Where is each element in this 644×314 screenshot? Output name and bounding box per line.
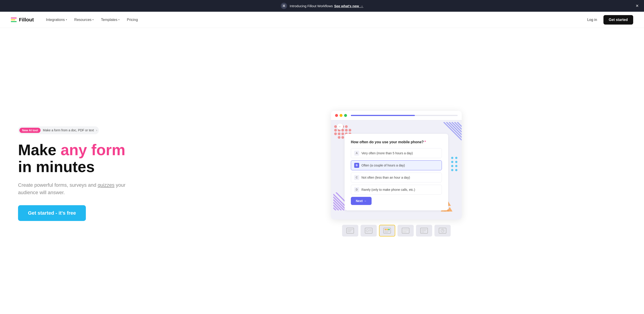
nav-templates[interactable]: Templates ▾ <box>98 16 123 24</box>
nav-links: Integrations ▾ Resources ▾ Templates ▾ P… <box>43 16 584 24</box>
logo-stripe-2 <box>11 19 15 20</box>
badge-text: Make a form from a doc, PDF or text <box>43 128 94 132</box>
login-button[interactable]: Log in <box>584 16 600 24</box>
svg-point-7 <box>345 129 348 132</box>
back-button[interactable]: ← <box>337 124 343 130</box>
next-button[interactable]: Next → <box>351 197 372 205</box>
svg-point-37 <box>455 157 458 159</box>
svg-rect-60 <box>403 231 406 232</box>
logo-icon <box>11 18 17 22</box>
svg-point-42 <box>451 169 453 171</box>
chevron-down-icon: ▾ <box>118 18 120 21</box>
svg-point-9 <box>334 132 337 135</box>
form-option-d[interactable]: D Rarely (only to make phone calls, etc.… <box>351 185 442 194</box>
thumbnail-6[interactable] <box>434 225 451 236</box>
announcement-text: Introducing Fillout Workflows <box>290 4 333 8</box>
progress-fill <box>351 115 415 116</box>
ai-badge[interactable]: New AI tool Make a form from a doc, PDF … <box>18 126 99 134</box>
nav-pricing[interactable]: Pricing <box>124 16 141 24</box>
svg-point-55 <box>388 229 390 230</box>
form-option-a[interactable]: A Very often (more than 5 hours a day) <box>351 148 442 158</box>
svg-point-3 <box>345 125 348 128</box>
main-nav: Fillout Integrations ▾ Resources ▾ Templ… <box>0 12 644 28</box>
option-letter-c: C <box>354 175 359 180</box>
svg-point-10 <box>338 132 340 135</box>
svg-point-43 <box>455 169 458 171</box>
svg-point-54 <box>386 229 388 230</box>
window-bar <box>331 111 462 120</box>
nav-resources[interactable]: Resources ▾ <box>71 16 97 24</box>
form-question: How often do you use your mobile phone?* <box>351 140 442 144</box>
hero-title: Make any form in minutes <box>18 142 153 175</box>
thumbnail-strip <box>342 225 451 236</box>
badge-arrow-icon: › <box>96 128 97 132</box>
svg-point-15 <box>342 136 344 139</box>
thumbnail-1[interactable] <box>342 225 358 236</box>
svg-point-41 <box>455 165 458 167</box>
deco-dots-right <box>450 156 460 174</box>
svg-rect-58 <box>402 228 409 233</box>
hero-left: New AI tool Make a form from a doc, PDF … <box>18 126 153 221</box>
svg-point-4 <box>334 129 337 132</box>
svg-point-0 <box>334 125 337 128</box>
window-dot-yellow <box>340 114 342 117</box>
required-marker: * <box>424 140 426 144</box>
thumbnail-3[interactable] <box>379 225 395 236</box>
form-card: How often do you use your mobile phone?*… <box>344 134 448 210</box>
hero-title-suffix: in minutes <box>18 158 95 175</box>
svg-rect-59 <box>403 229 408 230</box>
svg-point-40 <box>451 165 453 167</box>
svg-point-38 <box>451 161 453 163</box>
nav-integrations[interactable]: Integrations ▾ <box>43 16 70 24</box>
nav-right: Log in Get started <box>584 15 633 24</box>
announcement-icon: ⌘ <box>281 3 287 9</box>
thumbnail-2[interactable] <box>360 225 377 236</box>
close-button[interactable]: × <box>636 4 638 8</box>
option-text-a: Very often (more than 5 hours a day) <box>362 151 413 155</box>
svg-line-27 <box>333 208 336 210</box>
svg-point-49 <box>366 230 368 232</box>
svg-point-11 <box>342 132 344 135</box>
form-option-c[interactable]: C Not often (less than an hour a day) <box>351 172 442 182</box>
option-text-d: Rarely (only to make phone calls, etc.) <box>362 188 415 192</box>
chevron-down-icon: ▾ <box>66 18 67 21</box>
svg-point-14 <box>338 136 340 139</box>
hero-right: ← How often do you use your mobile phone… <box>167 111 626 236</box>
logo-stripe-3 <box>11 21 17 22</box>
logo-text: Fillout <box>19 17 34 23</box>
badge-pill: New AI tool <box>20 128 40 133</box>
svg-point-6 <box>342 129 344 132</box>
quizzes-link[interactable]: quizzes <box>98 182 114 188</box>
get-started-cta-button[interactable]: Get started - it's free <box>18 205 86 221</box>
preview-window: ← How often do you use your mobile phone… <box>331 111 462 220</box>
svg-rect-52 <box>384 228 391 233</box>
progress-bar <box>351 115 458 116</box>
chevron-down-icon: ▾ <box>92 18 94 21</box>
svg-point-53 <box>385 229 386 230</box>
hero-title-prefix: Make <box>18 141 60 158</box>
thumbnail-5[interactable] <box>416 225 432 236</box>
get-started-nav-button[interactable]: Get started <box>604 15 633 24</box>
option-letter-a: A <box>354 151 359 156</box>
option-text-b: Often (a couple of hours a day) <box>362 164 405 167</box>
announcement-bar: ⌘ Introducing Fillout Workflows See what… <box>0 0 644 12</box>
hero-section: New AI tool Make a form from a doc, PDF … <box>0 28 644 314</box>
logo[interactable]: Fillout <box>11 17 34 23</box>
option-text-c: Not often (less than an hour a day) <box>362 176 410 179</box>
logo-stripe-1 <box>11 18 17 18</box>
svg-point-39 <box>455 161 458 163</box>
window-dot-red <box>335 114 338 117</box>
svg-point-8 <box>348 129 351 132</box>
window-dot-green <box>344 114 347 117</box>
hero-subtitle: Create powerful forms, surveys and quizz… <box>18 181 153 196</box>
hero-title-highlight: any form <box>60 141 125 158</box>
option-letter-d: D <box>354 187 359 192</box>
svg-point-36 <box>451 157 453 159</box>
option-letter-b: B <box>354 163 359 168</box>
form-option-b[interactable]: B Often (a couple of hours a day) <box>351 160 442 170</box>
announcement-link[interactable]: See what's new → <box>334 4 363 8</box>
svg-line-26 <box>333 205 339 210</box>
thumbnail-4[interactable] <box>398 225 414 236</box>
